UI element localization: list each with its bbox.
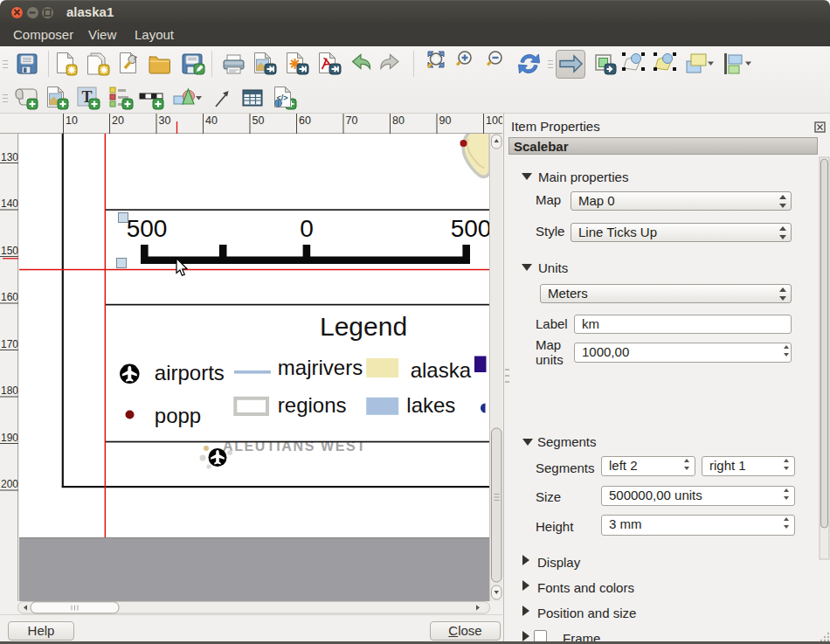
svg-text:170: 170 bbox=[1, 338, 18, 350]
svg-text:80: 80 bbox=[392, 114, 405, 127]
svg-text:60: 60 bbox=[299, 114, 311, 127]
svg-text:180: 180 bbox=[1, 384, 18, 397]
svg-text:alaska: alaska bbox=[411, 358, 472, 382]
svg-text:150: 150 bbox=[1, 245, 18, 257]
svg-text:90: 90 bbox=[439, 114, 452, 127]
svg-text:airports: airports bbox=[155, 361, 225, 384]
svg-text:Legend: Legend bbox=[320, 312, 407, 341]
svg-text:200: 200 bbox=[1, 478, 18, 490]
svg-text:500: 500 bbox=[127, 215, 168, 242]
svg-text:0: 0 bbox=[300, 215, 314, 242]
svg-text:130: 130 bbox=[1, 151, 18, 163]
svg-text:140: 140 bbox=[1, 197, 18, 210]
svg-text:majrivers: majrivers bbox=[278, 356, 363, 379]
svg-text:50: 50 bbox=[252, 114, 265, 127]
svg-text:190: 190 bbox=[1, 432, 18, 444]
svg-text:160: 160 bbox=[1, 291, 18, 303]
svg-text:lakes: lakes bbox=[406, 393, 455, 417]
svg-text:100: 100 bbox=[486, 114, 502, 127]
svg-text:regions: regions bbox=[278, 393, 347, 417]
svg-text:popp: popp bbox=[155, 404, 201, 427]
svg-text:10: 10 bbox=[66, 114, 78, 127]
svg-text:40: 40 bbox=[205, 114, 218, 127]
svg-text:70: 70 bbox=[346, 114, 358, 127]
svg-text:30: 30 bbox=[159, 114, 171, 127]
svg-text:20: 20 bbox=[112, 114, 124, 127]
svg-text:500: 500 bbox=[451, 215, 489, 242]
